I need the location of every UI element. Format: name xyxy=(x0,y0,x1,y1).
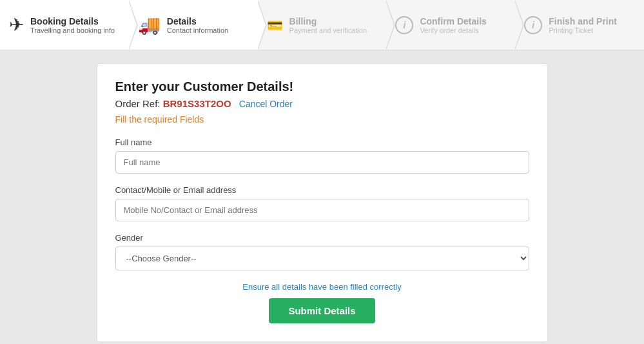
step-title: Finish and Print xyxy=(549,16,617,26)
step-title: Confirm Details xyxy=(420,16,486,26)
step-title: Details xyxy=(167,16,228,26)
contact-label: Contact/Mobile or Email address xyxy=(115,185,529,195)
main-content: Enter your Customer Details! Order Ref: … xyxy=(0,50,644,344)
gender-group: Gender --Choose Gender-- Male Female Oth… xyxy=(115,233,529,270)
order-ref-label: Order Ref: xyxy=(115,98,161,109)
step-subtitle: Contact information xyxy=(167,26,228,34)
order-ref-line: Order Ref: BR91S33T2OO Cancel Order xyxy=(115,98,529,109)
plane-icon: ✈ xyxy=(9,16,24,34)
card-header: Enter your Customer Details! Order Ref: … xyxy=(115,79,529,125)
step-confirm-details: i Confirm Details Verify order details xyxy=(386,0,515,50)
info-icon: i xyxy=(524,16,542,34)
card-heading: Enter your Customer Details! xyxy=(115,79,529,94)
contact-input[interactable] xyxy=(115,199,529,221)
gender-label: Gender xyxy=(115,233,529,243)
step-subtitle: Payment and verification xyxy=(289,26,367,34)
stepper: ✈ Booking Details Travelling and booking… xyxy=(0,0,644,50)
step-subtitle: Travelling and booking info xyxy=(30,26,115,34)
step-subtitle: Verify order details xyxy=(420,26,486,34)
full-name-label: Full name xyxy=(115,137,529,147)
contact-group: Contact/Mobile or Email address xyxy=(115,185,529,221)
full-name-input[interactable] xyxy=(115,151,529,174)
step-billing: 💳 Billing Payment and verification xyxy=(258,0,387,50)
gender-select[interactable]: --Choose Gender-- Male Female Other xyxy=(115,247,529,270)
step-title: Booking Details xyxy=(30,16,115,26)
full-name-group: Full name xyxy=(115,137,529,174)
customer-details-card: Enter your Customer Details! Order Ref: … xyxy=(97,63,548,342)
order-ref-value: BR91S33T2OO xyxy=(163,98,231,109)
step-subtitle: Printing Ticket xyxy=(549,26,617,34)
cancel-order-link[interactable]: Cancel Order xyxy=(239,99,293,109)
info-icon: i xyxy=(395,16,413,34)
fill-notice: Fill the required Fields xyxy=(115,114,529,125)
truck-icon: 🚚 xyxy=(138,16,161,34)
ensure-text: Ensure all details have been filled corr… xyxy=(115,282,529,292)
step-finish-print: i Finish and Print Printing Ticket xyxy=(515,0,644,50)
step-details[interactable]: 🚚 Details Contact information xyxy=(129,0,258,50)
step-booking-details[interactable]: ✈ Booking Details Travelling and booking… xyxy=(0,0,129,50)
payment-icon: 💳 xyxy=(267,19,283,32)
step-title: Billing xyxy=(289,16,367,26)
submit-button[interactable]: Submit Details xyxy=(269,298,375,323)
submit-section: Ensure all details have been filled corr… xyxy=(115,282,529,323)
